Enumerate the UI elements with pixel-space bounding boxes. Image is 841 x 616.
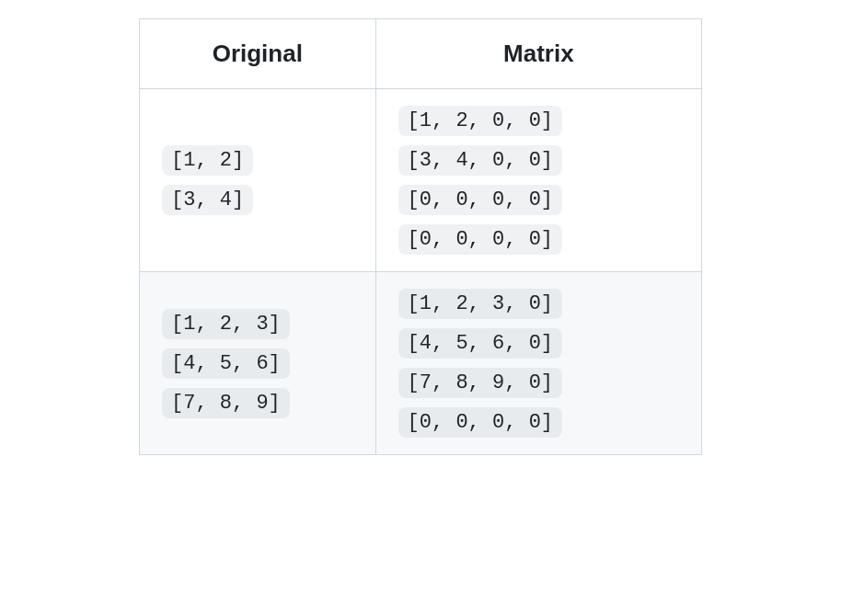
code-value: [1, 2, 3, 0]	[398, 289, 562, 319]
comparison-table-wrapper: Original Matrix [1, 2] [3, 4] [1, 2, 0, …	[139, 18, 702, 455]
header-row: Original Matrix	[140, 19, 702, 89]
code-list: [1, 2, 3, 0] [4, 5, 6, 0] [7, 8, 9, 0] […	[398, 289, 679, 438]
code-list: [1, 2] [3, 4]	[162, 145, 353, 215]
cell-matrix: [1, 2, 3, 0] [4, 5, 6, 0] [7, 8, 9, 0] […	[375, 272, 701, 455]
table-row: [1, 2, 3] [4, 5, 6] [7, 8, 9] [1, 2, 3, …	[140, 272, 702, 455]
code-value: [1, 2]	[162, 145, 253, 176]
code-value: [3, 4]	[162, 185, 253, 215]
cell-original: [1, 2] [3, 4]	[140, 89, 376, 272]
code-list: [1, 2, 0, 0] [3, 4, 0, 0] [0, 0, 0, 0] […	[398, 106, 679, 255]
code-value: [1, 2, 0, 0]	[398, 106, 562, 136]
cell-matrix: [1, 2, 0, 0] [3, 4, 0, 0] [0, 0, 0, 0] […	[375, 89, 701, 272]
code-value: [7, 8, 9, 0]	[398, 368, 562, 398]
comparison-table: Original Matrix [1, 2] [3, 4] [1, 2, 0, …	[139, 18, 702, 455]
code-value: [4, 5, 6, 0]	[398, 328, 562, 359]
code-value: [0, 0, 0, 0]	[398, 407, 562, 438]
code-list: [1, 2, 3] [4, 5, 6] [7, 8, 9]	[162, 309, 353, 418]
cell-original: [1, 2, 3] [4, 5, 6] [7, 8, 9]	[140, 272, 376, 455]
code-value: [3, 4, 0, 0]	[398, 145, 562, 176]
table-row: [1, 2] [3, 4] [1, 2, 0, 0] [3, 4, 0, 0] …	[140, 89, 702, 272]
code-value: [0, 0, 0, 0]	[398, 224, 562, 255]
code-value: [7, 8, 9]	[162, 388, 290, 418]
code-value: [0, 0, 0, 0]	[398, 185, 562, 215]
header-matrix: Matrix	[375, 19, 701, 89]
header-original: Original	[140, 19, 376, 89]
code-value: [4, 5, 6]	[162, 348, 290, 379]
code-value: [1, 2, 3]	[162, 309, 290, 339]
